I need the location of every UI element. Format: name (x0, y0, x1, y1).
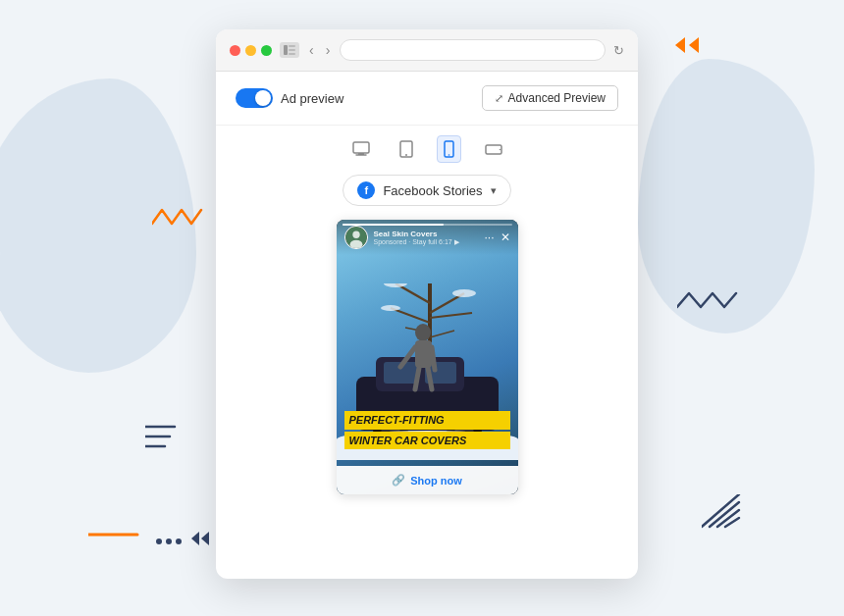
back-button[interactable]: ‹ (307, 42, 316, 58)
svg-marker-10 (201, 532, 209, 545)
svg-point-27 (499, 148, 501, 150)
svg-marker-1 (689, 37, 699, 53)
tablet-view-button[interactable] (394, 136, 419, 162)
dropdown-arrow-icon: ▾ (491, 184, 497, 197)
advanced-preview-button[interactable]: ⤢ Advanced Preview (482, 85, 618, 111)
svg-rect-15 (284, 45, 288, 55)
deco-stripes-right (702, 494, 741, 533)
cta-icon: 🔗 (392, 474, 405, 487)
maximize-button[interactable] (261, 45, 272, 56)
deco-line-bottom (88, 525, 142, 542)
browser-content: Ad preview ⤢ Advanced Preview (216, 72, 638, 504)
svg-point-53 (352, 231, 359, 238)
mobile-view-button[interactable] (437, 135, 461, 163)
ad-page-info: Seal Skin Covers Sponsored · Stay full 6… (374, 230, 479, 246)
ad-image: PERFECT-FITTING WINTER CAR COVERS (337, 220, 518, 494)
story-progress-fill (343, 224, 445, 226)
deco-arrows-right (675, 37, 707, 58)
svg-rect-19 (353, 142, 369, 153)
svg-rect-17 (289, 49, 295, 51)
ad-text-overlay: PERFECT-FITTING WINTER CAR COVERS (337, 405, 518, 455)
ad-preview-area: PERFECT-FITTING WINTER CAR COVERS (216, 220, 638, 504)
toggle-knob (255, 90, 271, 106)
ad-page-name: Seal Skin Covers (374, 230, 479, 238)
sidebar-toggle-icon[interactable] (280, 42, 299, 58)
svg-rect-16 (289, 45, 295, 47)
browser-window: ‹ › ↻ Ad preview ⤢ Advanced Preview (216, 29, 638, 579)
ad-avatar (344, 226, 368, 249)
device-bar (216, 126, 638, 175)
ad-headline-line2: WINTER CAR COVERS (344, 432, 510, 449)
svg-marker-0 (675, 37, 685, 53)
svg-point-46 (415, 324, 431, 341)
svg-line-32 (430, 313, 472, 318)
platform-selector: f Facebook Stories ▾ (216, 175, 638, 220)
preview-bar: Ad preview ⤢ Advanced Preview (216, 85, 638, 126)
deco-arrows-bottom (191, 532, 217, 549)
svg-line-49 (432, 347, 435, 370)
ad-cta-button[interactable]: 🔗 Shop now (337, 466, 518, 494)
minimize-button[interactable] (245, 45, 256, 56)
toggle-row: Ad preview (236, 88, 343, 108)
svg-point-8 (176, 539, 182, 544)
landscape-view-button[interactable] (479, 140, 508, 159)
ad-sponsored-label: Sponsored · Stay full 6:17 ▶ (374, 238, 479, 246)
close-button[interactable] (230, 45, 240, 56)
expand-icon: ⤢ (495, 92, 503, 105)
svg-point-23 (405, 154, 407, 156)
svg-marker-9 (191, 532, 199, 545)
desktop-view-button[interactable] (346, 137, 376, 161)
ad-preview-toggle[interactable] (236, 88, 273, 108)
platform-dropdown[interactable]: f Facebook Stories ▾ (343, 175, 510, 206)
svg-point-25 (448, 154, 449, 156)
svg-point-6 (156, 539, 162, 544)
platform-label: Facebook Stories (383, 183, 482, 198)
svg-line-34 (430, 331, 454, 337)
ad-more-options-icon[interactable]: ··· (484, 231, 494, 244)
ad-preview-label: Ad preview (281, 91, 343, 106)
refresh-button[interactable]: ↻ (613, 43, 624, 58)
forward-button[interactable]: › (324, 42, 333, 58)
traffic-lights (230, 45, 272, 56)
svg-rect-47 (415, 340, 432, 368)
facebook-icon: f (357, 181, 375, 199)
ad-headline-line1: PERFECT-FITTING (344, 411, 510, 429)
deco-zigzag-right (677, 289, 741, 315)
ad-card: PERFECT-FITTING WINTER CAR COVERS (337, 220, 518, 494)
url-bar[interactable] (340, 39, 606, 61)
browser-chrome: ‹ › ↻ (216, 29, 638, 72)
svg-point-7 (166, 539, 172, 544)
svg-point-36 (452, 289, 476, 297)
deco-zigzag-left (152, 206, 206, 231)
svg-rect-18 (289, 53, 295, 55)
svg-point-37 (381, 305, 400, 311)
deco-dots-bottom (155, 532, 183, 549)
story-progress (343, 224, 512, 226)
ad-close-icon[interactable]: ✕ (501, 231, 510, 244)
deco-dots-left (145, 422, 185, 455)
cta-label: Shop now (410, 475, 462, 487)
svg-point-54 (349, 240, 362, 249)
advanced-preview-label: Advanced Preview (508, 91, 606, 105)
svg-rect-26 (486, 145, 501, 154)
